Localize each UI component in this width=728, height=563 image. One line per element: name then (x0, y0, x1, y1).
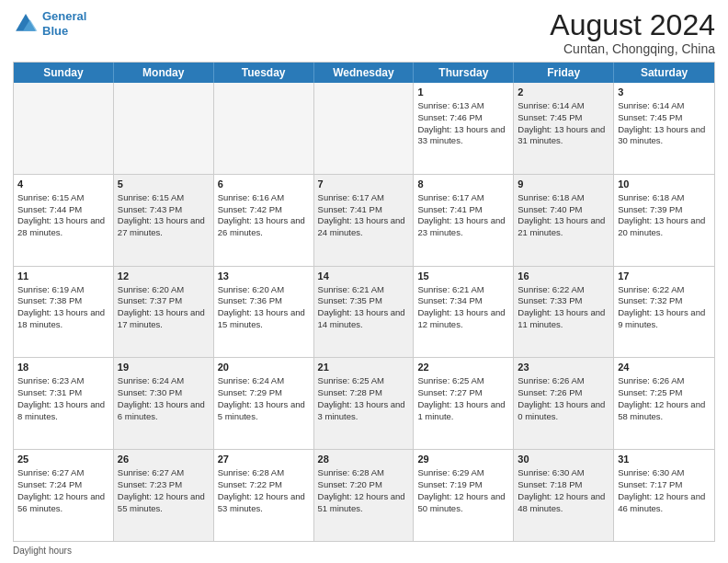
day-cell-30: 30Sunrise: 6:30 AM Sunset: 7:18 PM Dayli… (514, 450, 614, 541)
day-number: 13 (218, 270, 310, 283)
calendar-row-1: 4Sunrise: 6:15 AM Sunset: 7:44 PM Daylig… (14, 174, 714, 266)
weekday-header-wednesday: Wednesday (314, 63, 415, 83)
calendar-row-2: 11Sunrise: 6:19 AM Sunset: 7:38 PM Dayli… (14, 266, 714, 358)
day-info: Sunrise: 6:19 AM Sunset: 7:38 PM Dayligh… (17, 284, 105, 329)
calendar: SundayMondayTuesdayWednesdayThursdayFrid… (13, 62, 715, 542)
day-info: Sunrise: 6:24 AM Sunset: 7:30 PM Dayligh… (118, 375, 205, 420)
day-number: 25 (17, 453, 109, 466)
day-cell-3: 3Sunrise: 6:14 AM Sunset: 7:45 PM Daylig… (614, 83, 714, 174)
day-info: Sunrise: 6:29 AM Sunset: 7:19 PM Dayligh… (417, 467, 505, 512)
calendar-row-4: 25Sunrise: 6:27 AM Sunset: 7:24 PM Dayli… (14, 449, 714, 541)
day-info: Sunrise: 6:14 AM Sunset: 7:45 PM Dayligh… (518, 100, 605, 145)
day-number: 5 (118, 178, 210, 191)
day-number: 3 (618, 86, 711, 99)
day-cell-1: 1Sunrise: 6:13 AM Sunset: 7:46 PM Daylig… (414, 83, 514, 174)
empty-cell-r0c1 (114, 83, 214, 174)
day-cell-10: 10Sunrise: 6:18 AM Sunset: 7:39 PM Dayli… (614, 175, 714, 266)
day-number: 31 (618, 453, 711, 466)
day-number: 22 (417, 361, 509, 374)
day-info: Sunrise: 6:26 AM Sunset: 7:25 PM Dayligh… (618, 375, 705, 420)
day-info: Sunrise: 6:18 AM Sunset: 7:40 PM Dayligh… (518, 192, 605, 237)
day-cell-31: 31Sunrise: 6:30 AM Sunset: 7:17 PM Dayli… (614, 450, 714, 541)
day-cell-6: 6Sunrise: 6:16 AM Sunset: 7:42 PM Daylig… (214, 175, 314, 266)
day-number: 10 (618, 178, 711, 191)
day-number: 28 (318, 453, 410, 466)
day-number: 14 (318, 270, 410, 283)
day-cell-26: 26Sunrise: 6:27 AM Sunset: 7:23 PM Dayli… (114, 450, 214, 541)
empty-cell-r0c0 (14, 83, 114, 174)
day-number: 24 (618, 361, 711, 374)
page: General Blue August 2024 Cuntan, Chongqi… (0, 0, 728, 563)
weekday-header-monday: Monday (114, 63, 214, 83)
day-info: Sunrise: 6:27 AM Sunset: 7:24 PM Dayligh… (17, 467, 105, 512)
day-number: 29 (417, 453, 509, 466)
day-info: Sunrise: 6:24 AM Sunset: 7:29 PM Dayligh… (218, 375, 305, 420)
logo-icon (13, 11, 39, 37)
day-info: Sunrise: 6:18 AM Sunset: 7:39 PM Dayligh… (618, 192, 705, 237)
empty-cell-r0c3 (314, 83, 415, 174)
day-cell-27: 27Sunrise: 6:28 AM Sunset: 7:22 PM Dayli… (214, 450, 314, 541)
day-number: 21 (318, 361, 410, 374)
calendar-row-0: 1Sunrise: 6:13 AM Sunset: 7:46 PM Daylig… (14, 83, 714, 174)
day-number: 7 (318, 178, 410, 191)
day-cell-5: 5Sunrise: 6:15 AM Sunset: 7:43 PM Daylig… (114, 175, 214, 266)
day-number: 8 (417, 178, 509, 191)
day-number: 11 (17, 270, 109, 283)
footer: Daylight hours (13, 546, 715, 556)
weekday-header-saturday: Saturday (614, 63, 714, 83)
day-number: 23 (518, 361, 609, 374)
day-info: Sunrise: 6:25 AM Sunset: 7:27 PM Dayligh… (417, 375, 505, 420)
day-number: 6 (218, 178, 310, 191)
day-info: Sunrise: 6:27 AM Sunset: 7:23 PM Dayligh… (118, 467, 205, 512)
location: Cuntan, Chongqing, China (550, 41, 715, 56)
day-info: Sunrise: 6:15 AM Sunset: 7:43 PM Dayligh… (118, 192, 205, 237)
day-cell-20: 20Sunrise: 6:24 AM Sunset: 7:29 PM Dayli… (214, 358, 314, 449)
day-info: Sunrise: 6:23 AM Sunset: 7:31 PM Dayligh… (17, 375, 105, 420)
month-title: August 2024 (550, 9, 715, 41)
day-cell-2: 2Sunrise: 6:14 AM Sunset: 7:45 PM Daylig… (514, 83, 614, 174)
logo-text: General Blue (42, 9, 86, 38)
header: General Blue August 2024 Cuntan, Chongqi… (13, 9, 715, 56)
day-info: Sunrise: 6:17 AM Sunset: 7:41 PM Dayligh… (318, 192, 405, 237)
weekday-header-sunday: Sunday (14, 63, 114, 83)
weekday-header-tuesday: Tuesday (214, 63, 314, 83)
day-number: 17 (618, 270, 711, 283)
day-cell-4: 4Sunrise: 6:15 AM Sunset: 7:44 PM Daylig… (14, 175, 114, 266)
day-cell-22: 22Sunrise: 6:25 AM Sunset: 7:27 PM Dayli… (414, 358, 514, 449)
day-info: Sunrise: 6:20 AM Sunset: 7:36 PM Dayligh… (218, 284, 305, 329)
day-number: 4 (17, 178, 109, 191)
calendar-body: 1Sunrise: 6:13 AM Sunset: 7:46 PM Daylig… (14, 83, 714, 541)
day-info: Sunrise: 6:13 AM Sunset: 7:46 PM Dayligh… (417, 100, 505, 145)
calendar-row-3: 18Sunrise: 6:23 AM Sunset: 7:31 PM Dayli… (14, 357, 714, 449)
day-number: 18 (17, 361, 109, 374)
weekday-header-friday: Friday (514, 63, 614, 83)
footer-text: Daylight hours (13, 546, 72, 556)
day-cell-14: 14Sunrise: 6:21 AM Sunset: 7:35 PM Dayli… (314, 267, 415, 358)
day-cell-8: 8Sunrise: 6:17 AM Sunset: 7:41 PM Daylig… (414, 175, 514, 266)
day-cell-16: 16Sunrise: 6:22 AM Sunset: 7:33 PM Dayli… (514, 267, 614, 358)
day-cell-21: 21Sunrise: 6:25 AM Sunset: 7:28 PM Dayli… (314, 358, 415, 449)
day-cell-18: 18Sunrise: 6:23 AM Sunset: 7:31 PM Dayli… (14, 358, 114, 449)
day-number: 2 (518, 86, 609, 99)
day-cell-19: 19Sunrise: 6:24 AM Sunset: 7:30 PM Dayli… (114, 358, 214, 449)
day-cell-17: 17Sunrise: 6:22 AM Sunset: 7:32 PM Dayli… (614, 267, 714, 358)
day-number: 12 (118, 270, 210, 283)
day-cell-15: 15Sunrise: 6:21 AM Sunset: 7:34 PM Dayli… (414, 267, 514, 358)
day-cell-23: 23Sunrise: 6:26 AM Sunset: 7:26 PM Dayli… (514, 358, 614, 449)
calendar-header: SundayMondayTuesdayWednesdayThursdayFrid… (14, 63, 714, 83)
day-cell-29: 29Sunrise: 6:29 AM Sunset: 7:19 PM Dayli… (414, 450, 514, 541)
day-number: 19 (118, 361, 210, 374)
day-info: Sunrise: 6:20 AM Sunset: 7:37 PM Dayligh… (118, 284, 205, 329)
day-info: Sunrise: 6:16 AM Sunset: 7:42 PM Dayligh… (218, 192, 305, 237)
logo: General Blue (13, 9, 86, 38)
logo-line2: Blue (42, 24, 68, 38)
day-info: Sunrise: 6:30 AM Sunset: 7:17 PM Dayligh… (618, 467, 705, 512)
day-number: 20 (218, 361, 310, 374)
day-cell-7: 7Sunrise: 6:17 AM Sunset: 7:41 PM Daylig… (314, 175, 415, 266)
logo-line1: General (42, 9, 86, 23)
title-block: August 2024 Cuntan, Chongqing, China (550, 9, 715, 56)
day-cell-12: 12Sunrise: 6:20 AM Sunset: 7:37 PM Dayli… (114, 267, 214, 358)
day-info: Sunrise: 6:21 AM Sunset: 7:35 PM Dayligh… (318, 284, 405, 329)
day-info: Sunrise: 6:15 AM Sunset: 7:44 PM Dayligh… (17, 192, 105, 237)
day-number: 15 (417, 270, 509, 283)
